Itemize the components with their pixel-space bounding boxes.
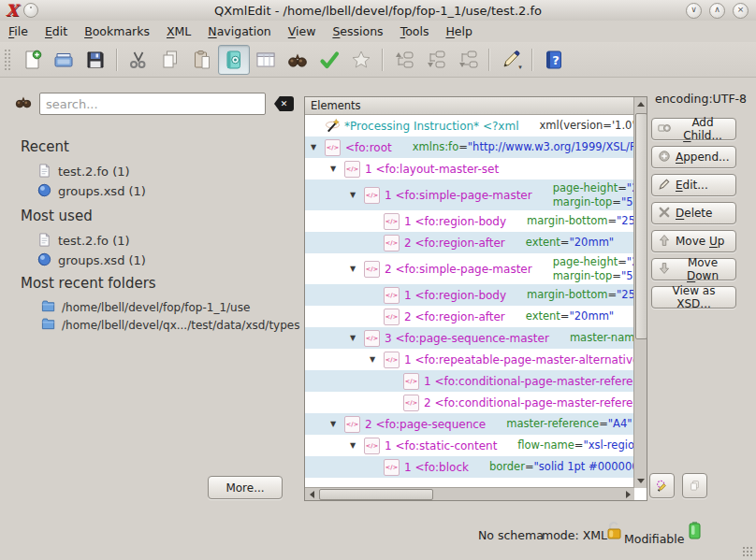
star-icon (350, 49, 372, 71)
edit-button[interactable]: Edit... (651, 174, 736, 196)
delete-button[interactable]: Delete (651, 202, 736, 224)
expander-icon[interactable]: ▼ (350, 191, 364, 199)
expander-icon[interactable]: ▼ (370, 355, 384, 364)
schema-status-label: No schema (478, 528, 544, 542)
tree-row[interactable]: ▼</>1 <fo:repeatable-page-master-alterna… (305, 349, 634, 370)
element-icon: </> (364, 187, 380, 204)
scroll-up-button[interactable] (634, 97, 647, 111)
tree-row[interactable]: ▼</>2 <fo:simple-page-masterpage-height=… (305, 253, 634, 284)
find-button[interactable] (282, 45, 313, 75)
tree-row[interactable]: </>1 <fo:conditional-page-master-referen… (305, 370, 634, 392)
element-icon: </> (325, 139, 341, 156)
tree-row[interactable]: </>2 <fo:conditional-page-master-referen… (305, 392, 634, 413)
tree-row[interactable]: </>1 <fo:region-bodymargin-bottom="25mm"… (305, 210, 634, 232)
list-item[interactable]: test.2.fo (1) (21, 231, 297, 251)
menu-sessions[interactable]: Sessions (324, 22, 391, 40)
tree-row[interactable]: ▼</>1 <fo:layout-master-set (305, 158, 634, 179)
move-down-icon (658, 262, 671, 278)
horizontal-scrollbar-thumb[interactable] (319, 489, 433, 500)
tree-row[interactable]: ▼</>3 <fo:page-sequence-mastermaster-nam… (305, 327, 634, 349)
expander-icon[interactable]: ▼ (350, 441, 364, 450)
paste-button[interactable] (186, 45, 218, 75)
tree-row[interactable]: ▼</>1 <fo:simple-page-masterpage-height=… (305, 179, 634, 210)
view-as-xsd-button[interactable]: View as XSD... (651, 286, 736, 309)
paste-icon (191, 49, 213, 71)
tree-row[interactable]: </>1 <fo:blockborder="solid 1pt #000000"… (305, 456, 634, 478)
attribute-value: "20mm" (570, 236, 615, 249)
add-child-button[interactable]: Add Child... (651, 118, 736, 140)
elements-tree: *Processing Instruction* <?xmlxml(versio… (305, 115, 634, 488)
minimize-button[interactable]: ∨ (686, 3, 702, 19)
vertical-scrollbar[interactable] (633, 97, 647, 488)
tree-row[interactable]: </>2 <fo:region-afterextent="20mm" (305, 232, 634, 253)
menu-edit[interactable]: Edit (36, 22, 76, 40)
button-label: Delete (676, 207, 712, 220)
attributes: flow-name="xsl-region-aft (517, 438, 634, 452)
menu-xml[interactable]: XML (158, 22, 199, 40)
list-item[interactable]: /home/lbell/devel/qx.../test/data/xsd/ty… (21, 316, 297, 334)
search-input[interactable] (39, 93, 266, 115)
menu-navigation[interactable]: Navigation (199, 22, 279, 40)
unlocked-icon (606, 521, 622, 544)
expand-tree-up-button[interactable] (388, 45, 420, 75)
tree-row[interactable]: *Processing Instruction* <?xmlxml(versio… (305, 115, 634, 136)
tree-row[interactable]: </>1 <fo:region-bodymargin-bottom="25mm"… (305, 284, 634, 306)
move-up-button[interactable]: Move Up (651, 230, 736, 252)
menu-file[interactable]: File (0, 22, 36, 40)
expander-icon[interactable]: ▼ (350, 334, 364, 342)
maximize-button[interactable]: ∧ (709, 3, 725, 19)
search-row: ✕ (13, 93, 294, 115)
expand-tree-all-button[interactable] (452, 45, 484, 75)
help-button[interactable]: ? (538, 45, 570, 75)
resize-grip[interactable] (742, 546, 753, 557)
copy-all-button[interactable] (682, 473, 707, 498)
new-file-icon (21, 49, 43, 71)
view-mode-button[interactable] (218, 45, 250, 75)
open-file-button[interactable] (48, 45, 80, 75)
scroll-down-button[interactable] (634, 474, 647, 488)
edit-pencil-button[interactable]: ▾ (495, 45, 527, 75)
element-icon: </> (403, 395, 419, 411)
scroll-left-button[interactable] (305, 487, 318, 501)
button-label: Append... (676, 151, 730, 164)
list-item[interactable]: /home/lbell/devel/fop/fop-1_1/use (21, 298, 297, 316)
toolbar-grip[interactable] (4, 49, 10, 71)
table-columns-button[interactable] (250, 45, 282, 75)
expander-icon[interactable]: ▼ (350, 265, 364, 273)
list-item[interactable]: test.2.fo (1) (21, 162, 297, 181)
bookmark-button[interactable] (345, 45, 377, 75)
list-item[interactable]: groups.xsd (1) (21, 181, 297, 201)
menu-bookmarks[interactable]: Bookmarks (76, 22, 158, 40)
copy-button[interactable] (154, 45, 186, 75)
tree-row[interactable]: ▼</>2 <fo:page-sequencemaster-reference=… (305, 413, 634, 435)
scroll-right-button[interactable] (621, 487, 634, 501)
new-file-button[interactable] (16, 45, 48, 75)
expand-tree-down-button[interactable] (420, 45, 452, 75)
check-icon (318, 49, 341, 71)
attribute-name: margin-bottom (527, 288, 607, 301)
save-file-button[interactable] (80, 45, 111, 75)
title-bar: X QXmlEdit - /home/lbell/devel/fop/fop-1… (0, 0, 756, 22)
clear-search-icon[interactable]: ✕ (274, 96, 294, 111)
menu-view[interactable]: View (280, 22, 325, 40)
more-button[interactable]: More... (208, 476, 283, 499)
tree-row[interactable]: </>2 <fo:region-afterextent="20mm" (305, 306, 634, 327)
vertical-scrollbar-thumb[interactable] (635, 113, 647, 339)
cut-button[interactable] (123, 45, 154, 75)
list-item[interactable]: groups.xsd (1) (21, 251, 297, 270)
expander-icon[interactable]: ▼ (311, 143, 325, 151)
style-button[interactable] (649, 473, 675, 498)
menu-help[interactable]: Help (437, 22, 481, 40)
expander-icon[interactable]: ▼ (330, 165, 344, 173)
menu-tools[interactable]: Tools (392, 22, 438, 40)
tree-row[interactable]: ▼</>1 <fo:static-contentflow-name="xsl-r… (305, 435, 634, 456)
tree-row[interactable]: ▼</><fo:rootxmlns:fo="http://www.w3.org/… (305, 136, 634, 158)
attribute-name: margin-top (553, 195, 613, 208)
attribute-value: "5mm" (621, 195, 634, 208)
validate-button[interactable] (313, 45, 345, 75)
append-button[interactable]: Append... (651, 146, 736, 168)
move-down-button[interactable]: Move Down (651, 258, 736, 280)
horizontal-scrollbar[interactable] (305, 487, 634, 500)
expander-icon[interactable]: ▼ (330, 420, 344, 428)
close-button[interactable]: × (733, 3, 749, 19)
